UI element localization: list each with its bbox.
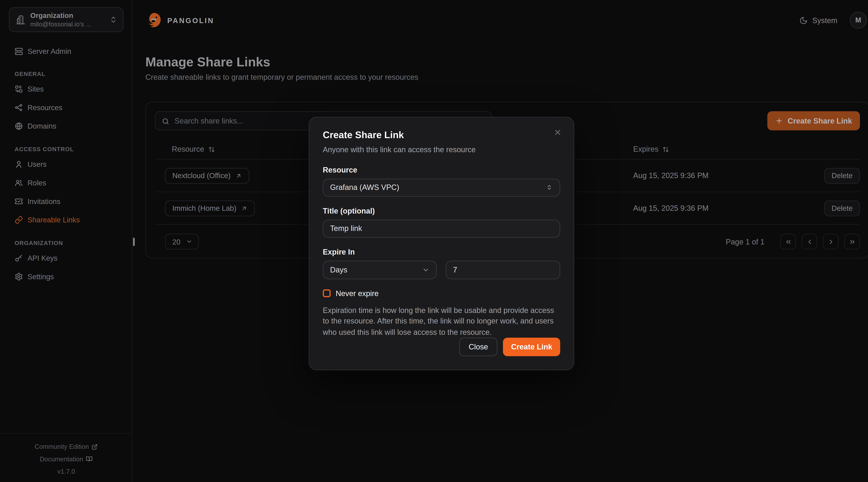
sidebar: Organization milo@fossorial.io's ... Ser… [0, 0, 132, 482]
pangolin-logo-mark [145, 12, 162, 29]
sidebar-item-domains[interactable]: Domains [0, 117, 132, 134]
expires-value: Aug 15, 2025 9:36 PM [633, 204, 824, 212]
dialog-subtitle: Anyone with this link can access the res… [323, 145, 560, 154]
sidebar-item-label: Sites [27, 84, 43, 93]
sidebar-item-label: API Keys [27, 253, 58, 262]
theme-toggle[interactable]: System [799, 16, 837, 25]
pangolin-logo: PANGOLIN [145, 12, 214, 29]
sidebar-footer: Community Edition Documentation v1.7.0 [0, 441, 132, 478]
prev-page-button[interactable] [802, 234, 817, 250]
delete-button[interactable]: Delete [824, 200, 860, 216]
moon-icon [799, 16, 808, 25]
sidebar-item-api-keys[interactable]: API Keys [0, 250, 132, 266]
never-expire-checkbox[interactable] [323, 289, 331, 297]
sidebar-item-label: Settings [27, 272, 54, 281]
last-page-button[interactable] [844, 234, 860, 250]
resource-link-button[interactable]: Immich (Home Lab) [165, 200, 255, 216]
chevrons-up-down-icon [110, 16, 117, 24]
sidebar-item-label: Domains [27, 121, 56, 130]
resource-select-value: Grafana (AWS VPC) [330, 183, 399, 192]
first-page-button[interactable] [780, 234, 796, 250]
topbar: PANGOLIN System M [145, 0, 867, 40]
resource-select[interactable]: Grafana (AWS VPC) [323, 179, 560, 197]
never-expire-label: Never expire [336, 289, 379, 297]
sidebar-section-access-control: ACCESS CONTROL [0, 144, 132, 153]
page-title: Manage Share Links [145, 55, 270, 70]
sidebar-section-general: GENERAL [0, 69, 132, 78]
create-share-link-button[interactable]: Create Share Link [768, 111, 860, 130]
close-button[interactable]: Close [459, 338, 498, 356]
theme-label: System [812, 16, 838, 25]
org-title: Organization [30, 11, 110, 20]
sidebar-footer-divider [0, 433, 132, 434]
title-field-label: Title (optional) [323, 207, 560, 215]
resource-name: Immich (Home Lab) [173, 204, 237, 212]
sidebar-item-server-admin[interactable]: Server Admin [0, 43, 132, 60]
expire-field-label: Expire In [323, 248, 560, 256]
share-icon [14, 103, 23, 112]
avatar-initial: M [855, 16, 861, 24]
server-icon [14, 47, 23, 55]
key-icon [14, 254, 23, 262]
pager-last-icon [848, 238, 856, 245]
title-input[interactable] [323, 220, 560, 237]
sites-icon [14, 85, 23, 93]
community-edition-label: Community Edition [35, 443, 89, 450]
sort-icon [662, 146, 669, 152]
link-icon [14, 216, 23, 224]
create-share-link-label: Create Share Link [787, 117, 852, 125]
sort-icon [208, 146, 215, 152]
external-link-icon [92, 444, 98, 450]
book-open-icon [86, 456, 93, 462]
avatar[interactable]: M [850, 12, 867, 29]
pager-next-icon [827, 238, 834, 245]
never-expire-checkbox-row[interactable]: Never expire [323, 289, 560, 297]
chevron-down-icon [422, 266, 430, 274]
brand-name: PANGOLIN [167, 16, 214, 25]
chevrons-up-down-icon [546, 184, 553, 191]
pager-first-icon [784, 238, 792, 245]
page-size-select[interactable]: 20 [165, 234, 199, 250]
create-link-button[interactable]: Create Link [503, 338, 560, 356]
community-edition-link[interactable]: Community Edition [0, 441, 132, 453]
resource-field-label: Resource [323, 166, 560, 174]
org-switcher[interactable]: Organization milo@fossorial.io's ... [9, 7, 124, 32]
gear-icon [14, 272, 23, 281]
expire-unit-value: Days [330, 265, 347, 274]
ticket-check-icon [14, 197, 23, 205]
page-subtitle: Create shareable links to grant temporar… [145, 73, 418, 82]
resource-link-button[interactable]: Nextcloud (Office) [165, 168, 249, 183]
user-icon [14, 160, 23, 168]
building-icon [16, 15, 26, 25]
documentation-link[interactable]: Documentation [0, 453, 132, 465]
dialog-close-button[interactable] [552, 127, 563, 138]
sidebar-item-users[interactable]: Users [0, 156, 132, 173]
sidebar-item-label: Roles [27, 178, 46, 187]
users-icon [14, 178, 23, 187]
expire-unit-select[interactable]: Days [323, 260, 437, 279]
pager-prev-icon [806, 238, 813, 245]
sidebar-item-sites[interactable]: Sites [0, 80, 132, 97]
column-header-expires[interactable]: Expires [633, 145, 669, 153]
chevron-down-icon [186, 238, 193, 245]
sidebar-item-roles[interactable]: Roles [0, 174, 132, 191]
expires-value: Aug 15, 2025 9:36 PM [633, 171, 824, 180]
resource-name: Nextcloud (Office) [173, 171, 231, 180]
search-icon [162, 117, 169, 125]
org-subtitle: milo@fossorial.io's ... [30, 20, 110, 28]
sidebar-item-label: Resources [27, 103, 62, 112]
globe-icon [14, 122, 23, 130]
next-page-button[interactable] [823, 234, 839, 250]
sidebar-item-resources[interactable]: Resources [0, 99, 132, 116]
column-label: Resource [172, 145, 204, 153]
delete-button[interactable]: Delete [824, 168, 860, 183]
create-share-link-dialog: Create Share Link Anyone with this link … [309, 117, 574, 370]
sidebar-item-label: Users [27, 160, 46, 169]
sidebar-section-organization: ORGANIZATION [0, 238, 132, 247]
expire-value-input[interactable] [446, 260, 560, 279]
sidebar-item-shareable-links[interactable]: Shareable Links [0, 211, 132, 228]
sidebar-item-invitations[interactable]: Invitations [0, 193, 132, 209]
sidebar-item-settings[interactable]: Settings [0, 268, 132, 285]
close-icon [553, 128, 562, 137]
documentation-label: Documentation [40, 456, 83, 462]
